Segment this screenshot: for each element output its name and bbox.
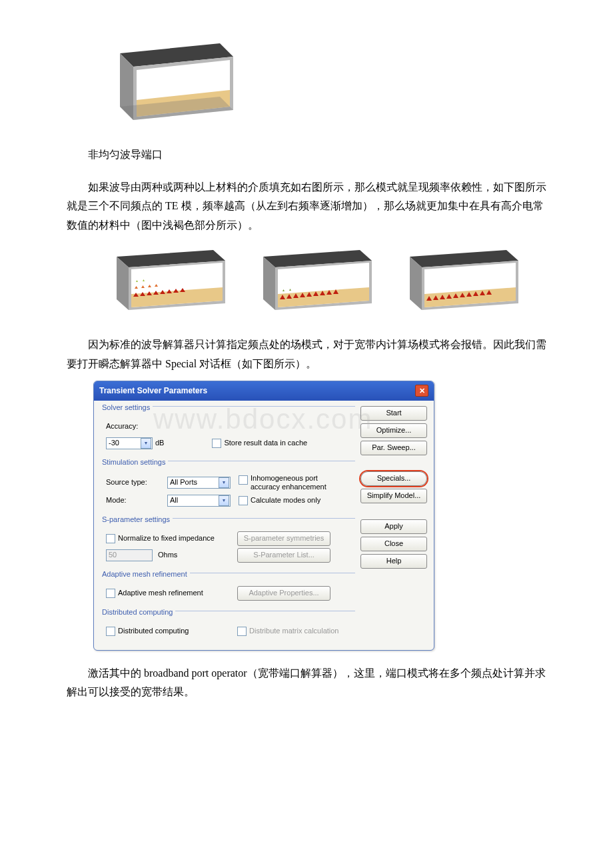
chevron-down-icon: ▾: [219, 477, 229, 488]
group-title-sparam: S-parameter settings: [99, 513, 173, 527]
dialog-title: Transient Solver Parameters: [99, 384, 207, 399]
adaptive-mesh-checkbox[interactable]: [106, 589, 115, 598]
adaptive-properties-button[interactable]: Adaptive Properties...: [237, 586, 330, 601]
calc-modes-label: Calculate modes only: [251, 494, 320, 507]
normalize-checkbox[interactable]: [106, 534, 115, 543]
accuracy-unit: dB: [155, 437, 164, 450]
paragraph-3: 激活其中的 broadband port operator（宽带端口解算器），这…: [67, 664, 546, 703]
close-button[interactable]: Close: [360, 537, 427, 551]
help-button[interactable]: Help: [360, 554, 427, 569]
group-stimulation-settings: Stimulation settings Source type: All Po…: [101, 461, 355, 513]
dialog-titlebar[interactable]: Transient Solver Parameters ✕: [94, 381, 434, 401]
store-cache-label: Store result data in cache: [224, 437, 307, 450]
paragraph-1: 如果波导由两种或两种以上材料的介质填充如右图所示，那么模式就呈现频率依赖性，如下…: [67, 178, 546, 235]
distribute-matrix-checkbox: [237, 627, 247, 636]
accuracy-combo[interactable]: -30 ▾: [106, 437, 153, 449]
group-distributed-computing: Distributed computing Distributed comput…: [101, 611, 355, 643]
impedance-input: 50: [106, 549, 153, 561]
inhomogeneous-label: Inhomogeneous port accuracy enhancement: [251, 474, 345, 491]
sparam-symmetries-button[interactable]: S-parameter symmetries: [237, 531, 330, 546]
chevron-down-icon: ▾: [141, 438, 151, 449]
group-title-solver: Solver settings: [99, 401, 153, 415]
normalize-label: Normalize to fixed impedance: [118, 532, 215, 545]
waveguide-svg: [100, 40, 240, 127]
accuracy-value: -30: [109, 437, 119, 450]
waveguide-te-high-freq: [393, 249, 526, 315]
group-solver-settings: Solver settings Accuracy: -30 ▾ dB: [101, 406, 355, 455]
mode-value: All: [170, 494, 178, 507]
close-icon[interactable]: ✕: [415, 385, 428, 397]
calc-modes-checkbox[interactable]: [239, 496, 248, 505]
simplify-model-button[interactable]: Simplify Model...: [360, 489, 427, 503]
distributed-computing-label: Distributed computing: [118, 625, 189, 638]
mode-combo[interactable]: All ▾: [167, 495, 231, 507]
inhomogeneous-checkbox[interactable]: [239, 475, 248, 485]
distribute-matrix-label: Distribute matrix calculation: [249, 625, 339, 638]
apply-button[interactable]: Apply: [360, 519, 427, 534]
specials-button[interactable]: Specials...: [360, 471, 427, 486]
impedance-unit: Ohms: [158, 549, 177, 562]
optimize-button[interactable]: Optimize...: [360, 423, 427, 438]
accuracy-label: Accuracy:: [101, 420, 159, 433]
mode-label: Mode:: [101, 494, 159, 507]
caption-nonuniform-port: 非均匀波导端口: [67, 145, 546, 165]
sparam-list-button[interactable]: S-Parameter List...: [237, 548, 330, 563]
source-type-combo[interactable]: All Ports ▾: [167, 477, 231, 489]
group-sparameter-settings: S-parameter settings Normalize to fixed …: [101, 518, 355, 567]
group-title-dist: Distributed computing: [99, 606, 175, 619]
group-title-stim: Stimulation settings: [99, 456, 168, 469]
waveguide-single-figure: [67, 40, 546, 140]
chevron-down-icon: ▾: [219, 495, 229, 506]
group-title-mesh: Adaptive mesh refinement: [99, 568, 190, 581]
waveguide-te-low-freq: [100, 249, 233, 315]
par-sweep-button[interactable]: Par. Sweep...: [360, 441, 427, 455]
waveguide-te-mid-freq: [247, 249, 380, 315]
store-cache-checkbox[interactable]: [212, 439, 221, 448]
distributed-computing-checkbox[interactable]: [106, 627, 115, 636]
transient-solver-dialog: Transient Solver Parameters ✕ Solver set…: [93, 381, 434, 651]
start-button[interactable]: Start: [360, 406, 427, 421]
source-type-value: All Ports: [170, 476, 197, 489]
paragraph-2: 因为标准的波导解算器只计算指定频点处的场模式，对于宽带内计算场模式将会报错。因此…: [67, 335, 546, 374]
adaptive-mesh-label: Adaptive mesh refinement: [118, 587, 203, 600]
waveguide-three-figures: [100, 249, 546, 315]
group-adaptive-mesh: Adaptive mesh refinement Adaptive mesh r…: [101, 573, 355, 605]
source-type-label: Source type:: [101, 476, 159, 489]
